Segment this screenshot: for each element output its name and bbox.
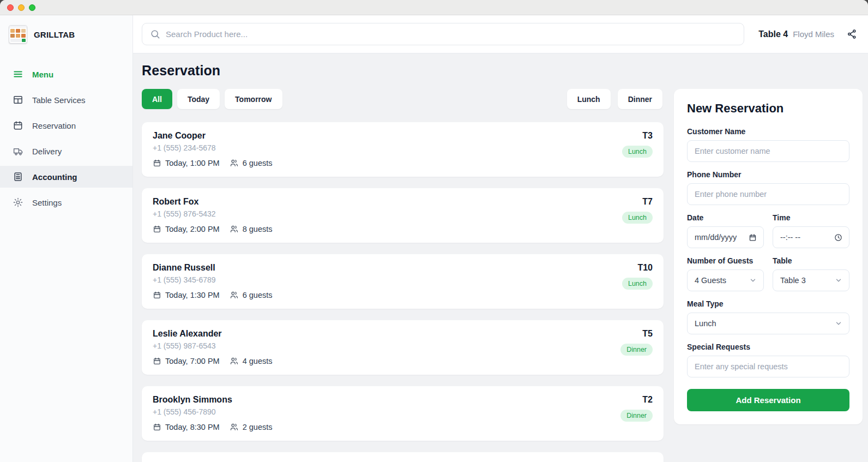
calendar-icon <box>153 291 161 299</box>
table-number: T3 <box>642 131 653 141</box>
customer-phone: +1 (555) 876-5432 <box>153 209 273 218</box>
customer-name: Jane Cooper <box>153 131 273 141</box>
filter-all-button[interactable]: All <box>142 89 172 109</box>
panel-title: New Reservation <box>687 101 849 116</box>
meal-filter-group: Lunch Dinner <box>567 89 662 109</box>
app-window: GRILLTAB Menu Table Services <box>0 0 868 462</box>
filter-dinner-button[interactable]: Dinner <box>618 89 662 109</box>
date-filter-group: All Today Tomorrow <box>142 89 282 109</box>
reservation-card[interactable]: Robert Fox +1 (555) 876-5432 Today, 2:00… <box>142 188 664 243</box>
table-select[interactable]: Table 3 <box>773 269 849 291</box>
filter-lunch-button[interactable]: Lunch <box>567 89 611 109</box>
calendar-icon <box>153 357 161 365</box>
reservation-guests: 8 guests <box>243 225 273 233</box>
gear-icon <box>12 196 24 208</box>
calendar-icon <box>153 423 161 431</box>
chevron-down-icon <box>749 277 757 284</box>
sidebar-item-menu[interactable]: Menu <box>0 63 132 85</box>
brand-name: GRILLTAB <box>34 30 75 39</box>
phone-number-field[interactable] <box>687 183 849 205</box>
brand: GRILLTAB <box>0 15 132 56</box>
customer-name-field[interactable] <box>687 140 849 162</box>
search-input[interactable] <box>166 29 736 39</box>
truck-icon <box>12 145 24 157</box>
meal-badge: Dinner <box>620 410 653 422</box>
app-logo-thumbnail <box>9 26 27 43</box>
calendar-icon <box>153 159 161 167</box>
customer-phone: +1 (555) 987-6543 <box>153 341 273 350</box>
reservation-card[interactable]: Jane Cooper +1 (555) 234-5678 Today, 1:0… <box>142 122 664 177</box>
reservation-datetime: Today, 8:30 PM <box>165 423 220 431</box>
filter-today-button[interactable]: Today <box>177 89 220 109</box>
time-input[interactable]: --:-- -- <box>773 226 849 248</box>
filter-row: All Today Tomorrow Lunch Dinner <box>142 89 664 109</box>
customer-name: Dianne Russell <box>153 263 273 273</box>
time-label: Time <box>773 213 849 222</box>
sidebar-item-label: Table Services <box>32 95 86 105</box>
close-window-button[interactable] <box>7 4 14 11</box>
reservation-guests: 2 guests <box>243 423 273 431</box>
sidebar-item-label: Settings <box>32 198 62 207</box>
meal-type-value: Lunch <box>695 319 716 328</box>
new-reservation-panel: New Reservation Customer Name Phone Numb… <box>674 89 863 424</box>
reservation-datetime: Today, 1:00 PM <box>165 159 220 167</box>
sidebar-item-delivery[interactable]: Delivery <box>0 140 132 162</box>
table-grid-icon <box>12 94 24 106</box>
sidebar-item-settings[interactable]: Settings <box>0 191 132 213</box>
guests-icon <box>230 224 239 233</box>
guests-icon <box>230 290 239 299</box>
sidebar-item-table-services[interactable]: Table Services <box>0 89 132 111</box>
hamburger-menu-icon <box>12 68 24 80</box>
sidebar-item-label: Accounting <box>32 172 77 182</box>
calendar-picker-icon[interactable] <box>749 233 757 242</box>
search-bar[interactable] <box>142 23 744 45</box>
reservation-card[interactable]: Dianne Russell +1 (555) 345-6789 Today, … <box>142 254 664 309</box>
reservation-card[interactable]: Leslie Alexander +1 (555) 987-6543 Today… <box>142 320 664 375</box>
meal-type-select[interactable]: Lunch <box>687 313 849 334</box>
minimize-window-button[interactable] <box>18 4 25 11</box>
table-number: T7 <box>642 197 653 207</box>
chevron-down-icon <box>835 277 842 284</box>
filter-tomorrow-button[interactable]: Tomorrow <box>225 89 282 109</box>
chevron-down-icon <box>835 320 842 327</box>
app-logo <box>9 25 27 44</box>
customer-phone: +1 (555) 345-6789 <box>153 275 273 284</box>
customer-name-label: Customer Name <box>687 127 849 136</box>
guests-select[interactable]: 4 Guests <box>687 269 764 291</box>
table-number: T5 <box>642 329 653 339</box>
special-requests-field[interactable] <box>687 356 849 377</box>
table-label: Table <box>773 256 849 265</box>
meal-badge: Dinner <box>620 344 653 356</box>
reservation-list: Jane Cooper +1 (555) 234-5678 Today, 1:0… <box>142 122 664 462</box>
table-number: T2 <box>642 395 653 405</box>
current-table-label: Table 4 <box>758 29 788 39</box>
current-user-name: Floyd Miles <box>793 29 834 39</box>
time-value: --:-- -- <box>780 233 800 242</box>
sidebar-item-label: Menu <box>32 70 53 79</box>
macos-titlebar <box>0 0 868 15</box>
share-icon[interactable] <box>847 29 857 39</box>
calculator-icon <box>12 171 24 183</box>
meal-badge: Lunch <box>622 146 653 158</box>
customer-name: Brooklyn Simmons <box>153 395 273 405</box>
zoom-window-button[interactable] <box>29 4 35 11</box>
reservation-card[interactable]: Kristin Watson +1 (555) 234-5678 Today, … <box>142 452 664 462</box>
meal-badge: Lunch <box>622 278 653 290</box>
date-input[interactable]: mm/dd/yyyy <box>687 226 764 248</box>
add-reservation-button[interactable]: Add Reservation <box>687 389 849 411</box>
sidebar-item-accounting[interactable]: Accounting <box>0 166 132 188</box>
topbar-right: Table 4 Floyd Miles <box>758 29 857 39</box>
meal-badge: Lunch <box>622 212 653 224</box>
reservation-datetime: Today, 1:30 PM <box>165 291 220 299</box>
reservation-card[interactable]: Brooklyn Simmons +1 (555) 456-7890 Today… <box>142 386 664 441</box>
phone-number-label: Phone Number <box>687 170 849 179</box>
calendar-icon <box>12 119 24 131</box>
sidebar-item-label: Delivery <box>32 147 62 156</box>
sidebar-item-reservation[interactable]: Reservation <box>0 115 132 136</box>
customer-phone: +1 (555) 456-7890 <box>153 407 273 416</box>
date-value: mm/dd/yyyy <box>695 233 737 242</box>
guests-value: 4 Guests <box>695 276 726 285</box>
sidebar-item-label: Reservation <box>32 121 76 130</box>
guests-label: Number of Guests <box>687 256 764 265</box>
clock-icon[interactable] <box>834 233 842 242</box>
